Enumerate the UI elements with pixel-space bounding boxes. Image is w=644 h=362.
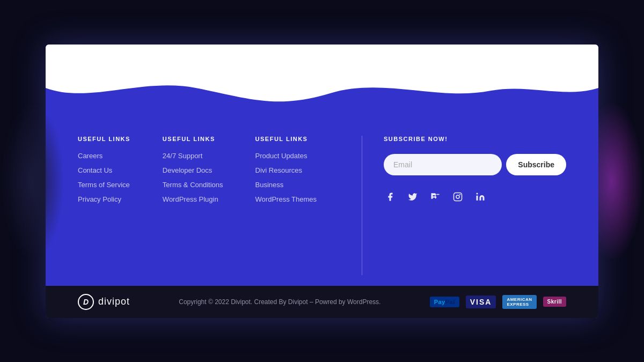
link-business[interactable]: Business [255,181,317,189]
link-contact-us[interactable]: Contact Us [78,166,130,174]
links-col-2: USEFUL LINKS 24/7 Support Developer Docs… [163,136,223,275]
links-col-3: USEFUL LINKS Product Updates Divi Resour… [255,136,317,275]
link-wordpress-themes[interactable]: WordPress Themes [255,195,317,203]
svg-rect-0 [454,193,462,201]
link-terms-conditions[interactable]: Terms & Conditions [163,181,223,189]
col3-heading: USEFUL LINKS [255,136,317,142]
copyright-text: Copyright © 2022 Divipot. Created By Div… [179,298,380,306]
links-section: USEFUL LINKS Careers Contact Us Terms of… [78,136,362,275]
link-careers[interactable]: Careers [78,152,130,160]
subscribe-button[interactable]: Subscribe [506,154,566,175]
visa-badge: VISA [466,295,496,308]
amex-badge: AMERICANEXPRESS [502,295,536,309]
link-privacy-policy[interactable]: Privacy Policy [78,195,130,203]
facebook-icon[interactable] [384,190,397,203]
logo-icon: D [78,294,94,310]
footer-wrapper: USEFUL LINKS Careers Contact Us Terms of… [46,45,598,318]
footer-bottom-bar: D divipot Copyright © 2022 Divipot. Crea… [46,286,598,318]
email-input[interactable] [384,154,502,175]
svg-point-1 [456,195,459,198]
subscribe-form: Subscribe [384,154,566,175]
payment-icons: PayPal VISA AMERICANEXPRESS Skrill [430,295,566,309]
link-product-updates[interactable]: Product Updates [255,152,317,160]
col1-heading: USEFUL LINKS [78,136,130,142]
link-developer-docs[interactable]: Developer Docs [163,166,223,174]
social-icons-row [384,190,566,203]
link-support[interactable]: 24/7 Support [163,152,223,160]
linkedin-icon[interactable] [474,190,487,203]
link-wordpress-plugin[interactable]: WordPress Plugin [163,195,223,203]
behance-icon[interactable] [429,190,442,203]
brand-logo: D divipot [78,294,130,310]
link-terms-service[interactable]: Terms of Service [78,181,130,189]
link-divi-resources[interactable]: Divi Resources [255,166,317,174]
skrill-badge: Skrill [543,297,566,307]
subscribe-heading: SUBSCRIBE NOW! [384,136,566,142]
footer-main: USEFUL LINKS Careers Contact Us Terms of… [46,114,598,286]
col2-heading: USEFUL LINKS [163,136,223,142]
brand-name: divipot [98,296,130,307]
subscribe-section: SUBSCRIBE NOW! Subscribe [362,136,566,275]
instagram-icon[interactable] [451,190,464,203]
links-col-1: USEFUL LINKS Careers Contact Us Terms of… [78,136,130,275]
twitter-icon[interactable] [406,190,419,203]
svg-point-2 [459,194,460,195]
paypal-badge: PayPal [430,297,459,307]
wave-top-section [46,45,598,114]
svg-point-3 [477,193,478,194]
